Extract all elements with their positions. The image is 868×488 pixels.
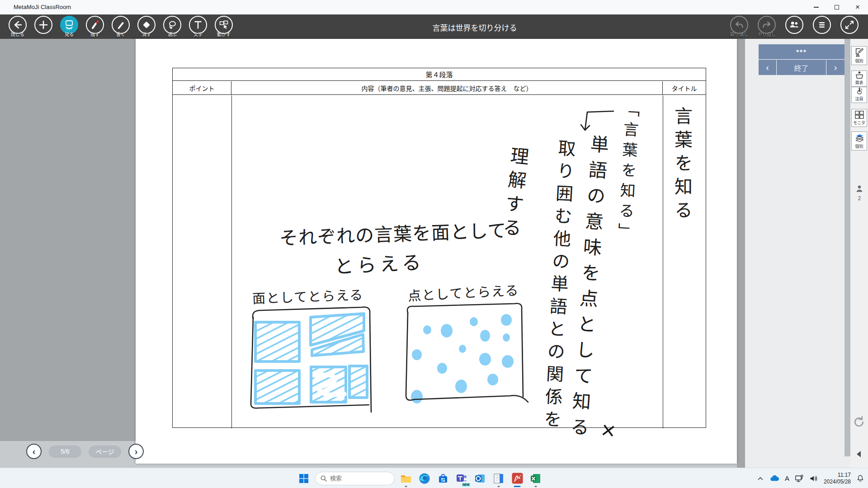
laser-pointer-icon [90,19,100,30]
mode-label: 発表 [855,80,863,85]
ime-indicator[interactable]: A [785,474,789,482]
chevron-right-icon: › [135,446,138,457]
pointer-tool-button[interactable]: 指す [84,16,106,38]
outlook-O-icon [474,473,486,484]
mode-individual-button[interactable]: 個別 [851,46,867,65]
mode-label: 注目 [855,96,863,102]
page-position-indicator[interactable]: 5/6 [49,446,81,458]
search-input[interactable] [330,475,384,482]
table-divider [663,95,663,428]
hamburger-menu-icon [816,19,827,30]
bottom-band-under-page [136,464,737,468]
add-button[interactable] [32,16,55,31]
handwriting-corner-arrow [576,102,617,138]
outlook-icon[interactable] [473,469,487,488]
column-header-content: 内容（筆者の意見、主張、問題提起に対応する答え など） [231,81,663,94]
notification-bell-icon[interactable] [856,474,864,483]
table-divider [231,95,232,428]
lasso-icon [167,19,178,30]
teams-new-badge: NEW [462,483,470,487]
start-button[interactable] [297,469,311,488]
clock[interactable]: 11:17 2024/05/28 [824,472,851,485]
mode-monitor-button[interactable]: モニタ [851,109,867,127]
participants-button[interactable] [783,16,806,34]
write-tool-button[interactable]: 書く [109,16,132,38]
dots-sketch [402,298,538,416]
mode-attention-button[interactable]: 注目 [851,87,867,103]
session-next-button[interactable]: › [826,60,844,75]
page-jump-button[interactable]: ページ [89,446,121,458]
tool-label: 動かす [217,31,231,38]
maximize-button[interactable] [826,0,847,14]
onedrive-cloud-icon[interactable] [769,475,779,482]
excel-X-icon [530,473,542,484]
pointing-hand-icon [855,87,864,95]
microsoft-store-icon[interactable] [436,469,450,488]
mode-individual-layers-button[interactable]: 個別 [851,131,867,150]
text-T-icon [193,19,203,30]
teams-T-icon [456,473,467,484]
close-icon: × [855,3,860,12]
mode-label: モニタ [853,120,865,126]
tray-date: 2024/05/28 [824,479,851,485]
session-prev-button[interactable]: ‹ [759,60,777,75]
move-tool-button[interactable]: 動かす [212,16,235,38]
mode-label: 個別 [855,143,863,149]
handwriting-surface-line2: とらえる [334,253,425,277]
move-card-icon [218,19,229,30]
column-header-title: タイトル [663,81,706,94]
running-indicator [405,486,407,487]
folder-icon [400,473,412,484]
main-area: 第４段落 ポイント 内容（筆者の意見、主張、問題提起に対応する答え など） タイ… [0,39,868,468]
app-title: MetaMoJi ClassRoom [14,4,71,10]
view-tool-button[interactable]: 見る [58,16,80,38]
handwriting-cross-mark: × [599,417,617,444]
mode-label: 個別 [855,58,863,64]
chevron-left-icon: ‹ [766,62,769,73]
network-icon[interactable] [795,474,804,483]
metamoji-logo-icon [511,472,524,484]
panel-scrollbar[interactable] [844,39,850,456]
select-tool-button[interactable]: 選ぶ [161,16,184,38]
taskbar-search[interactable] [315,472,395,485]
collapse-panel-arrow[interactable] [857,451,861,457]
tool-label: 取り消し [730,31,748,38]
fullscreen-button[interactable] [838,16,861,34]
search-icon [320,475,327,482]
store-bag-icon [437,473,449,484]
tool-label: 指す [90,31,99,38]
metamoji-classroom-icon[interactable] [510,469,524,488]
eraser-icon [141,19,152,30]
mode-present-button[interactable]: 発表 [851,70,867,87]
note-page[interactable]: 第４段落 ポイント 内容（筆者の意見、主張、問題提起に対応する答え など） タイ… [136,39,737,464]
undo-button[interactable]: 取り消し [728,16,750,38]
prev-page-button[interactable]: ‹ [26,444,42,459]
maximize-icon [835,5,839,9]
expand-arrows-icon [844,19,855,30]
windows-taskbar: NEW [0,468,868,488]
main-toolbar: 閉じる 見る 指す 書く [0,14,868,39]
redo-button[interactable]: やり直し [755,16,778,38]
monitor-grid-icon [854,110,864,119]
menu-button[interactable] [811,16,833,34]
session-label: *** [759,44,844,60]
erase-tool-button[interactable]: 消す [135,16,158,38]
sync-icon[interactable] [850,415,868,429]
close-note-button[interactable]: 閉じる [6,16,29,38]
teams-icon[interactable]: NEW [454,469,469,488]
handwriting-title-column: 言葉を知る [673,107,692,224]
minimize-icon [814,7,819,8]
excel-icon[interactable] [528,469,543,488]
next-page-button[interactable]: › [128,444,144,459]
edge-browser-icon[interactable] [417,469,432,488]
session-end-button[interactable]: 終了 [777,60,826,75]
speaker-icon[interactable] [809,474,818,483]
active-app-indicator [514,486,521,487]
close-button[interactable]: × [847,0,868,14]
file-explorer-icon[interactable] [399,469,413,488]
tray-chevron-up-icon[interactable] [757,475,764,482]
undo-icon [734,19,745,30]
journal-app-icon[interactable] [491,469,506,488]
minimize-button[interactable] [806,0,826,14]
text-tool-button[interactable]: 文字 [187,16,209,38]
